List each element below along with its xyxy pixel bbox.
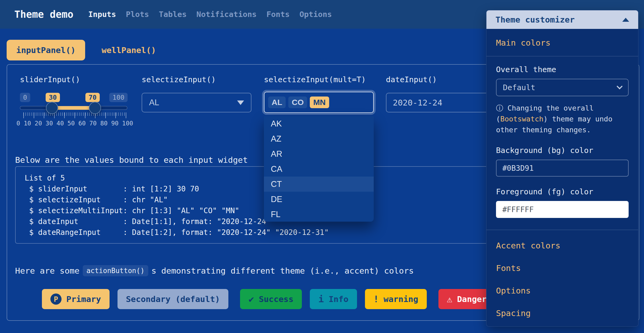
actions-intro-suffix: s demonstrating different theme (i.e., a… (151, 266, 414, 275)
overall-theme-label: Overall theme (496, 65, 629, 74)
bg-color-value: #0B3D91 (502, 164, 534, 173)
warning-button[interactable]: ! warning (365, 289, 427, 309)
info-button-label: Info (329, 294, 349, 304)
secondary-button[interactable]: Secondary (default) (118, 289, 229, 309)
select-label: selectizeInput() (142, 75, 216, 84)
section-link-options[interactable]: Options (496, 286, 629, 295)
tab-wellpanel[interactable]: wellPanel() (92, 40, 166, 60)
success-button-label: Success (259, 294, 294, 304)
divider (486, 56, 638, 56)
tab-bar: inputPanel() wellPanel() (7, 40, 166, 60)
tick-label: 100 (122, 120, 133, 127)
customizer-section-links: Accent colors Fonts Options Spacing (496, 241, 629, 318)
action-button-row: P Primary Secondary (default) ✔ Success … (42, 289, 495, 309)
customizer-body: Main colors Overall theme Default ⓘ Chan… (486, 29, 638, 318)
collapse-caret-icon (622, 18, 629, 22)
values-intro: Below are the values bound to each input… (15, 155, 248, 165)
tick-label: 60 (78, 120, 86, 127)
actions-intro: Here are some actionButton() s demonstra… (15, 265, 414, 276)
tab-inputpanel[interactable]: inputPanel() (7, 40, 85, 60)
section-link-spacing[interactable]: Spacing (496, 308, 629, 318)
bg-color-label: Background (bg) color (496, 146, 629, 155)
tick-label: 70 (89, 120, 97, 127)
info-circle-icon: ⓘ (496, 104, 503, 112)
select-control[interactable]: AL (142, 93, 251, 112)
tick-label: 50 (67, 120, 75, 127)
slider-handle-from[interactable] (46, 102, 58, 114)
primary-button-label: Primary (66, 294, 101, 304)
slider-to-badge: 70 (85, 93, 100, 102)
tick-label: 40 (56, 120, 64, 127)
theme-customizer-panel: Theme customizer Main colors Overall the… (486, 10, 638, 327)
overall-theme-select[interactable]: Default (496, 79, 629, 96)
navbar-brand[interactable]: Theme demo (14, 9, 73, 20)
dropdown-option-ar[interactable]: AR (264, 146, 374, 161)
actions-intro-prefix: Here are some (15, 266, 80, 275)
tick-label: 0 (16, 120, 20, 127)
dropdown-option-ca[interactable]: CA (264, 161, 374, 177)
date-input[interactable]: 2020-12-24 (386, 93, 497, 112)
dropdown-option-de[interactable]: DE (264, 192, 374, 207)
fg-color-label: Foreground (fg) color (496, 187, 629, 196)
section-link-fonts[interactable]: Fonts (496, 263, 629, 273)
tick-label: 30 (46, 120, 53, 127)
customizer-title: Theme customizer (495, 15, 575, 24)
info-i-icon: i (318, 294, 324, 304)
slider-max-badge: 100 (109, 93, 128, 102)
overall-theme-value: Default (503, 83, 535, 92)
bootswatch-note: ⓘ Changing the overall (Bootswatch) them… (496, 103, 629, 135)
fg-color-value: #FFFFFF (502, 205, 534, 214)
slider-ticks-major (23, 112, 126, 118)
secondary-button-label: Secondary (default) (126, 294, 220, 304)
date-label: dateInput() (386, 75, 437, 84)
p-circle-icon: P (50, 293, 62, 305)
nav-item-inputs[interactable]: Inputs (88, 10, 116, 19)
primary-button[interactable]: P Primary (42, 289, 110, 309)
selected-tag-mn[interactable]: MN (310, 97, 329, 108)
check-icon: ✔ (249, 294, 254, 304)
date-value: 2020-12-24 (393, 98, 442, 107)
slider-tick-labels: 0 10 20 30 40 50 60 70 80 90 100 (16, 120, 133, 127)
success-button[interactable]: ✔ Success (240, 289, 302, 309)
info-button[interactable]: i Info (310, 289, 357, 309)
multi-select-control[interactable]: AL CO MN (264, 92, 374, 113)
slider-label: sliderInput() (20, 75, 80, 84)
chevron-down-icon (617, 83, 623, 89)
warning-triangle-icon: ⚠ (447, 294, 452, 304)
nav-item-tables[interactable]: Tables (159, 10, 187, 19)
multi-select-dropdown: AK AZ AR CA CT DE FL (264, 116, 374, 222)
dropdown-option-ct[interactable]: CT (264, 177, 374, 192)
dropdown-option-ak[interactable]: AK (264, 116, 374, 131)
actions-intro-code: actionButton() (83, 265, 148, 276)
slider-selected-range[interactable] (52, 106, 95, 110)
dropdown-option-az[interactable]: AZ (264, 131, 374, 146)
caret-down-icon (237, 100, 244, 105)
slider-handle-to[interactable] (89, 102, 101, 114)
tick-label: 80 (100, 120, 108, 127)
select-value: AL (149, 98, 159, 107)
slider-from-badge: 30 (46, 93, 60, 102)
fg-color-input[interactable]: #FFFFFF (496, 201, 629, 218)
danger-button-label: Danger (457, 294, 487, 304)
slider-min-badge: 0 (20, 93, 30, 102)
customizer-header[interactable]: Theme customizer (486, 10, 638, 29)
app-root: Theme demo Inputs Plots Tables Notificat… (0, 0, 644, 333)
bootswatch-link[interactable]: Bootswatch (500, 115, 543, 123)
divider (486, 230, 638, 230)
nav-item-fonts[interactable]: Fonts (267, 10, 290, 19)
tick-label: 10 (24, 120, 31, 127)
tick-label: 90 (111, 120, 119, 127)
nav-item-options[interactable]: Options (299, 10, 332, 19)
bg-color-input[interactable]: #0B3D91 (496, 160, 629, 177)
selected-tag-al[interactable]: AL (268, 97, 286, 108)
warning-button-label: warning (384, 294, 418, 304)
exclamation-icon: ! (373, 294, 379, 304)
section-link-accent-colors[interactable]: Accent colors (496, 241, 629, 250)
nav-item-notifications[interactable]: Notifications (197, 10, 257, 19)
tick-label: 20 (35, 120, 42, 127)
dropdown-option-fl[interactable]: FL (264, 207, 374, 222)
multi-select-label: selectizeInput(mult=T) (264, 75, 366, 84)
section-link-main-colors[interactable]: Main colors (496, 38, 629, 47)
nav-item-plots[interactable]: Plots (126, 10, 149, 19)
selected-tag-co[interactable]: CO (288, 97, 307, 108)
